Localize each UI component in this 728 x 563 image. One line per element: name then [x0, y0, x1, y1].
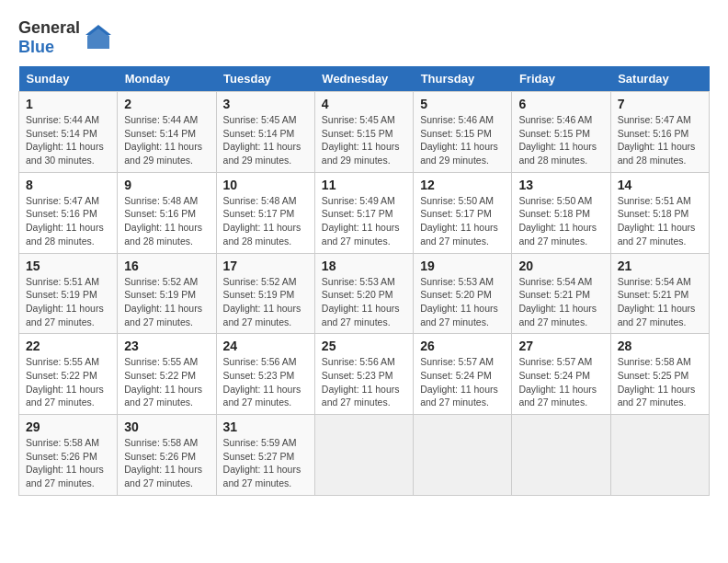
- day-number: 27: [518, 339, 603, 353]
- day-detail: Sunrise: 5:50 AMSunset: 5:18 PMDaylight:…: [518, 194, 603, 248]
- calendar-cell: 1Sunrise: 5:44 AMSunset: 5:14 PMDaylight…: [19, 92, 118, 173]
- calendar-cell: [314, 415, 413, 496]
- day-detail: Sunrise: 5:58 AMSunset: 5:26 PMDaylight:…: [26, 436, 110, 490]
- calendar-cell: [414, 415, 512, 496]
- calendar-week-3: 15Sunrise: 5:51 AMSunset: 5:19 PMDayligh…: [19, 253, 710, 334]
- day-detail: Sunrise: 5:52 AMSunset: 5:19 PMDaylight:…: [124, 275, 209, 329]
- day-detail: Sunrise: 5:51 AMSunset: 5:19 PMDaylight:…: [26, 275, 110, 329]
- day-number: 6: [518, 97, 603, 111]
- day-number: 17: [223, 259, 308, 273]
- day-detail: Sunrise: 5:55 AMSunset: 5:22 PMDaylight:…: [124, 355, 209, 409]
- day-detail: Sunrise: 5:49 AMSunset: 5:17 PMDaylight:…: [322, 194, 406, 248]
- calendar-header: SundayMondayTuesdayWednesdayThursdayFrid…: [19, 66, 710, 92]
- calendar-cell: 16Sunrise: 5:52 AMSunset: 5:19 PMDayligh…: [118, 253, 216, 334]
- day-detail: Sunrise: 5:53 AMSunset: 5:20 PMDaylight:…: [420, 275, 505, 329]
- calendar-cell: 7Sunrise: 5:47 AMSunset: 5:16 PMDaylight…: [610, 92, 709, 173]
- weekday-thursday: Thursday: [414, 66, 512, 92]
- day-detail: Sunrise: 5:48 AMSunset: 5:17 PMDaylight:…: [223, 194, 308, 248]
- calendar-cell: 19Sunrise: 5:53 AMSunset: 5:20 PMDayligh…: [414, 253, 512, 334]
- calendar-cell: 25Sunrise: 5:56 AMSunset: 5:23 PMDayligh…: [314, 334, 413, 415]
- day-detail: Sunrise: 5:54 AMSunset: 5:21 PMDaylight:…: [618, 275, 702, 329]
- calendar-cell: 29Sunrise: 5:58 AMSunset: 5:26 PMDayligh…: [19, 415, 118, 496]
- day-number: 28: [618, 339, 702, 353]
- day-number: 5: [420, 97, 505, 111]
- day-detail: Sunrise: 5:48 AMSunset: 5:16 PMDaylight:…: [124, 194, 209, 248]
- weekday-monday: Monday: [118, 66, 216, 92]
- day-number: 7: [618, 97, 702, 111]
- day-number: 24: [223, 339, 308, 353]
- calendar-week-1: 1Sunrise: 5:44 AMSunset: 5:14 PMDaylight…: [19, 92, 710, 173]
- calendar-cell: 17Sunrise: 5:52 AMSunset: 5:19 PMDayligh…: [216, 253, 314, 334]
- calendar-cell: 12Sunrise: 5:50 AMSunset: 5:17 PMDayligh…: [414, 172, 512, 253]
- day-detail: Sunrise: 5:57 AMSunset: 5:24 PMDaylight:…: [518, 355, 603, 409]
- day-detail: Sunrise: 5:45 AMSunset: 5:14 PMDaylight:…: [223, 113, 308, 167]
- calendar-cell: 24Sunrise: 5:56 AMSunset: 5:23 PMDayligh…: [216, 334, 314, 415]
- day-number: 14: [618, 178, 702, 192]
- calendar-cell: 3Sunrise: 5:45 AMSunset: 5:14 PMDaylight…: [216, 92, 314, 173]
- day-detail: Sunrise: 5:56 AMSunset: 5:23 PMDaylight:…: [322, 355, 406, 409]
- day-number: 10: [223, 178, 308, 192]
- weekday-tuesday: Tuesday: [216, 66, 314, 92]
- calendar-cell: [610, 415, 709, 496]
- calendar-table: SundayMondayTuesdayWednesdayThursdayFrid…: [18, 66, 710, 496]
- day-detail: Sunrise: 5:54 AMSunset: 5:21 PMDaylight:…: [518, 275, 603, 329]
- day-number: 4: [322, 97, 406, 111]
- day-number: 8: [26, 178, 110, 192]
- day-number: 25: [322, 339, 406, 353]
- day-number: 16: [124, 259, 209, 273]
- day-detail: Sunrise: 5:50 AMSunset: 5:17 PMDaylight:…: [420, 194, 505, 248]
- calendar-cell: 27Sunrise: 5:57 AMSunset: 5:24 PMDayligh…: [512, 334, 610, 415]
- day-detail: Sunrise: 5:47 AMSunset: 5:16 PMDaylight:…: [26, 194, 110, 248]
- calendar-week-5: 29Sunrise: 5:58 AMSunset: 5:26 PMDayligh…: [19, 415, 710, 496]
- weekday-sunday: Sunday: [19, 66, 118, 92]
- day-detail: Sunrise: 5:46 AMSunset: 5:15 PMDaylight:…: [518, 113, 603, 167]
- day-number: 22: [26, 339, 110, 353]
- day-detail: Sunrise: 5:44 AMSunset: 5:14 PMDaylight:…: [124, 113, 209, 167]
- day-number: 29: [26, 419, 110, 434]
- day-detail: Sunrise: 5:46 AMSunset: 5:15 PMDaylight:…: [420, 113, 505, 167]
- day-number: 2: [124, 97, 209, 111]
- day-number: 18: [322, 259, 406, 273]
- calendar-week-4: 22Sunrise: 5:55 AMSunset: 5:22 PMDayligh…: [19, 334, 710, 415]
- calendar-cell: 11Sunrise: 5:49 AMSunset: 5:17 PMDayligh…: [314, 172, 413, 253]
- logo-blue: Blue: [18, 38, 54, 56]
- calendar-cell: 31Sunrise: 5:59 AMSunset: 5:27 PMDayligh…: [216, 415, 314, 496]
- logo-icon: [84, 23, 113, 52]
- day-number: 26: [420, 339, 505, 353]
- day-number: 12: [420, 178, 505, 192]
- calendar-body: 1Sunrise: 5:44 AMSunset: 5:14 PMDaylight…: [19, 92, 710, 496]
- calendar-cell: [512, 415, 610, 496]
- day-number: 19: [420, 259, 505, 273]
- calendar-cell: 28Sunrise: 5:58 AMSunset: 5:25 PMDayligh…: [610, 334, 709, 415]
- calendar-cell: 21Sunrise: 5:54 AMSunset: 5:21 PMDayligh…: [610, 253, 709, 334]
- logo-general: General: [18, 18, 80, 37]
- calendar-cell: 20Sunrise: 5:54 AMSunset: 5:21 PMDayligh…: [512, 253, 610, 334]
- calendar-cell: 9Sunrise: 5:48 AMSunset: 5:16 PMDaylight…: [118, 172, 216, 253]
- day-detail: Sunrise: 5:45 AMSunset: 5:15 PMDaylight:…: [322, 113, 406, 167]
- header: General Blue: [18, 18, 710, 57]
- day-detail: Sunrise: 5:58 AMSunset: 5:26 PMDaylight:…: [124, 436, 209, 490]
- calendar-cell: 26Sunrise: 5:57 AMSunset: 5:24 PMDayligh…: [414, 334, 512, 415]
- day-detail: Sunrise: 5:47 AMSunset: 5:16 PMDaylight:…: [618, 113, 702, 167]
- day-detail: Sunrise: 5:59 AMSunset: 5:27 PMDaylight:…: [223, 436, 308, 490]
- calendar-cell: 13Sunrise: 5:50 AMSunset: 5:18 PMDayligh…: [512, 172, 610, 253]
- day-detail: Sunrise: 5:55 AMSunset: 5:22 PMDaylight:…: [26, 355, 110, 409]
- day-number: 3: [223, 97, 308, 111]
- day-number: 11: [322, 178, 406, 192]
- calendar-cell: 8Sunrise: 5:47 AMSunset: 5:16 PMDaylight…: [19, 172, 118, 253]
- logo: General Blue: [18, 18, 113, 57]
- weekday-saturday: Saturday: [610, 66, 709, 92]
- logo-text: General Blue: [18, 18, 80, 57]
- day-number: 21: [618, 259, 702, 273]
- day-detail: Sunrise: 5:57 AMSunset: 5:24 PMDaylight:…: [420, 355, 505, 409]
- day-number: 15: [26, 259, 110, 273]
- calendar-cell: 14Sunrise: 5:51 AMSunset: 5:18 PMDayligh…: [610, 172, 709, 253]
- weekday-header-row: SundayMondayTuesdayWednesdayThursdayFrid…: [19, 66, 710, 92]
- day-detail: Sunrise: 5:51 AMSunset: 5:18 PMDaylight:…: [618, 194, 702, 248]
- day-number: 23: [124, 339, 209, 353]
- calendar-cell: 22Sunrise: 5:55 AMSunset: 5:22 PMDayligh…: [19, 334, 118, 415]
- calendar-cell: 18Sunrise: 5:53 AMSunset: 5:20 PMDayligh…: [314, 253, 413, 334]
- day-detail: Sunrise: 5:44 AMSunset: 5:14 PMDaylight:…: [26, 113, 110, 167]
- day-detail: Sunrise: 5:58 AMSunset: 5:25 PMDaylight:…: [618, 355, 702, 409]
- day-number: 30: [124, 419, 209, 434]
